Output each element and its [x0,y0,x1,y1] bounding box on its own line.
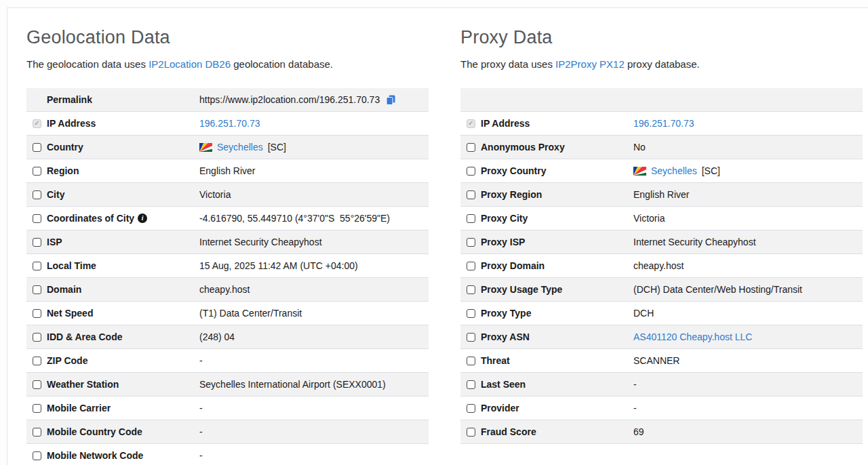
row-checkbox[interactable] [33,262,41,270]
row-checkbox[interactable] [33,190,41,199]
row-label: Proxy Usage Type [481,284,562,295]
row-value-cell: Seychelles[SC] [633,165,863,176]
row-checkbox[interactable] [467,214,475,223]
row-value-cell: English River [199,165,429,176]
row-value-cell: 69 [633,426,863,437]
checkbox-cell [26,190,47,199]
row-checkbox[interactable] [467,333,475,342]
country-code: [SC] [268,142,286,153]
row-value: cheapy.host [633,260,684,271]
row-checkbox[interactable] [33,238,41,247]
row-checkbox[interactable] [467,357,475,365]
row-checkbox[interactable] [467,143,475,152]
row-checkbox[interactable] [33,357,41,365]
row-value: - [199,403,203,413]
row-label: Domain [47,284,81,295]
proxy-section: Proxy Data The proxy data uses IP2Proxy … [460,26,863,465]
row-value-cell: - [199,450,429,461]
row-value-cell: Victoria [633,213,863,224]
country-link[interactable]: Seychelles [217,142,263,153]
checkbox-cell [460,167,481,176]
row-value-link[interactable]: AS401120 Cheapy.host LLC [633,331,752,342]
row-checkbox[interactable] [33,428,41,437]
row-label-cell: Country [47,142,199,153]
table-row: IDD & Area Code(248) 04 [26,325,429,349]
row-value-cell: cheapy.host [199,284,429,295]
subtitle-text: The proxy data uses [460,58,555,70]
row-value: No [633,142,646,153]
row-value-cell: (T1) Data Center/Transit [199,308,429,319]
copy-icon[interactable] [386,95,395,105]
row-label: Provider [481,403,519,413]
row-value-link[interactable]: 196.251.70.73 [199,118,260,129]
table-row: Net Speed(T1) Data Center/Transit [26,302,429,325]
table-row: ZIP Code- [26,349,429,373]
row-value-cell: cheapy.host [633,260,863,271]
row-checkbox-checked-disabled: ✓ [33,119,41,128]
row-checkbox[interactable] [467,404,475,413]
row-checkbox[interactable] [33,285,41,294]
row-checkbox[interactable] [33,309,41,318]
row-checkbox[interactable] [33,333,41,342]
row-value-link[interactable]: 196.251.70.73 [633,118,694,129]
row-label: City [47,189,64,200]
row-value: cheapy.host [199,284,250,295]
checkbox-cell [26,428,47,437]
checkbox-cell [460,143,481,152]
ip2location-db26-link[interactable]: IP2Location DB26 [149,58,231,70]
checkbox-cell [26,238,47,247]
row-checkbox[interactable] [467,167,475,176]
table-row: Mobile Network Code- [26,444,429,465]
row-label: IP Address [481,118,530,129]
row-label-cell: Anonymous Proxy [481,142,633,153]
row-checkbox[interactable] [467,190,475,199]
row-value-cell: (248) 04 [199,331,429,342]
table-row: Fraud Score69 [460,420,863,444]
row-label-cell: Threat [481,355,633,366]
proxy-subtitle: The proxy data uses IP2Proxy PX12 proxy … [460,58,863,71]
row-label-cell: City [47,189,199,200]
row-checkbox[interactable] [467,380,475,389]
row-value: 69 [633,426,644,437]
row-label-cell: Last Seen [481,379,633,390]
row-checkbox[interactable] [33,404,41,413]
country-link[interactable]: Seychelles [651,165,697,176]
table-row: ISPInternet Security Cheapyhost [26,230,429,254]
row-checkbox[interactable] [33,143,41,152]
two-column-layout: Geolocation Data The geolocation data us… [26,26,868,465]
checkbox-cell [460,357,481,365]
row-value: DCH [633,308,654,319]
row-checkbox[interactable] [33,214,41,223]
row-value: (T1) Data Center/Transit [199,308,302,319]
row-label-cell: Proxy Country [481,165,633,176]
row-value: - [633,403,637,413]
table-row: Proxy TypeDCH [460,302,863,325]
info-icon[interactable]: i [138,214,147,223]
row-label-cell: Mobile Network Code [47,450,199,461]
row-checkbox[interactable] [33,167,41,176]
row-checkbox[interactable] [467,285,475,294]
row-checkbox[interactable] [33,380,41,389]
row-checkbox[interactable] [467,238,475,247]
table-row: CountrySeychelles[SC] [26,136,429,159]
row-value-cell: Seychelles International Airport (SEXX00… [199,379,429,390]
row-label: Local Time [47,260,96,271]
row-checkbox[interactable] [33,451,41,460]
ip2proxy-px12-link[interactable]: IP2Proxy PX12 [555,58,625,70]
row-label: IP Address [47,118,96,129]
checkbox-cell [460,333,481,342]
row-value: Seychelles International Airport (SEXX00… [199,379,386,390]
checkbox-cell [460,238,481,247]
row-checkbox[interactable] [467,262,475,270]
row-label-cell: Region [47,165,199,176]
row-label-cell: Permalink [47,94,199,105]
row-checkbox[interactable] [467,309,475,318]
row-label-cell: Provider [481,403,633,413]
geolocation-subtitle: The geolocation data uses IP2Location DB… [26,58,429,71]
table-row: Proxy Usage Type(DCH) Data Center/Web Ho… [460,278,863,302]
row-value-cell: Seychelles[SC] [199,142,429,153]
subtitle-text: The geolocation data uses [26,58,149,70]
row-checkbox[interactable] [467,428,475,437]
row-label: Permalink [47,94,92,105]
row-label-cell: Mobile Country Code [47,426,199,437]
